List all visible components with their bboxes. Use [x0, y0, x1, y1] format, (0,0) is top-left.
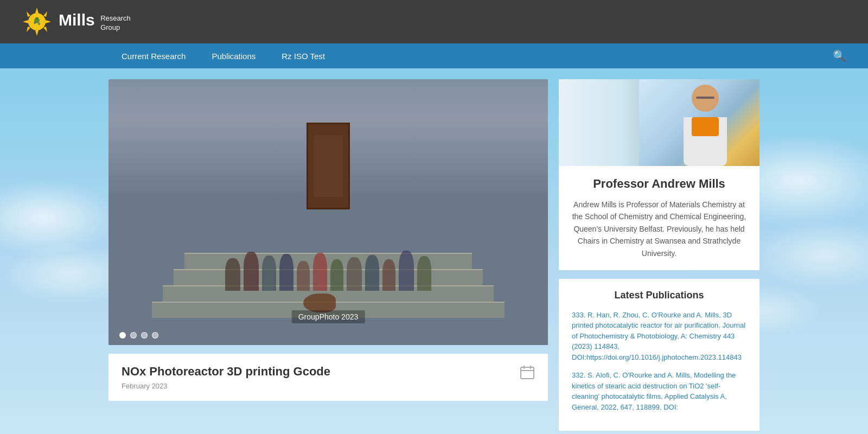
- post-title[interactable]: NOx Photoreactor 3D printing Gcode: [122, 365, 330, 379]
- lab-coat: [684, 117, 727, 166]
- svg-marker-4: [27, 11, 30, 17]
- professor-bio: Andrew Mills is Professor of Materials C…: [572, 199, 746, 259]
- post-card: NOx Photoreactor 3D printing Gcode Febru…: [108, 354, 548, 401]
- header: Mills ResearchGroup: [0, 0, 868, 43]
- person-2: [244, 252, 259, 291]
- nav-rz-iso-test[interactable]: Rz ISO Test: [269, 43, 338, 68]
- door-panel: [314, 135, 343, 197]
- person-3: [262, 256, 276, 291]
- person-7: [330, 259, 343, 291]
- logo-icon: [22, 7, 52, 37]
- logo-container[interactable]: Mills ResearchGroup: [22, 7, 131, 37]
- svg-marker-6: [27, 27, 30, 32]
- professor-head: [692, 85, 719, 112]
- slider-caption: GroupPhoto 2023: [292, 310, 365, 323]
- dot-4[interactable]: [152, 332, 158, 339]
- glasses: [696, 97, 714, 99]
- left-column: GroupPhoto 2023 NOx Photoreactor 3D prin…: [108, 79, 548, 431]
- professor-name: Professor Andrew Mills: [572, 177, 746, 191]
- dot-3[interactable]: [141, 332, 148, 339]
- person-4: [279, 254, 293, 291]
- professor-card: Professor Andrew Mills Andrew Mills is P…: [559, 79, 760, 270]
- search-icon[interactable]: 🔍: [833, 49, 846, 62]
- svg-point-12: [38, 23, 40, 25]
- professor-figure: [673, 85, 738, 166]
- person-1: [225, 258, 240, 291]
- svg-rect-13: [521, 367, 534, 379]
- svg-marker-1: [35, 30, 39, 36]
- professor-photo: [559, 79, 760, 166]
- svg-marker-3: [46, 20, 51, 23]
- logo-subtitle: ResearchGroup: [100, 14, 131, 33]
- post-text: NOx Photoreactor 3D printing Gcode Febru…: [122, 365, 330, 390]
- right-sidebar: Professor Andrew Mills Andrew Mills is P…: [559, 79, 760, 431]
- dog-silhouette: [303, 293, 336, 312]
- nav-current-research[interactable]: Current Research: [108, 43, 199, 68]
- person-8: [347, 257, 362, 291]
- svg-point-11: [34, 22, 36, 24]
- publications-card: Latest Publications 333. R. Han, R. Zhou…: [559, 279, 760, 431]
- svg-marker-0: [35, 8, 39, 13]
- person-5: [297, 261, 310, 291]
- professor-info: Professor Andrew Mills Andrew Mills is P…: [559, 166, 760, 270]
- person-6: [313, 253, 327, 291]
- svg-rect-10: [35, 17, 39, 20]
- dot-1[interactable]: [119, 332, 126, 339]
- post-date: February 2023: [122, 382, 330, 390]
- svg-marker-2: [23, 20, 28, 23]
- person-12: [417, 256, 431, 291]
- nav-publications[interactable]: Publications: [199, 43, 269, 68]
- dot-2[interactable]: [130, 332, 137, 339]
- package: [692, 117, 719, 136]
- slider-dots: [119, 332, 158, 339]
- door: [307, 123, 350, 209]
- publications-card-title: Latest Publications: [572, 290, 746, 301]
- svg-marker-5: [43, 11, 47, 17]
- main-content: GroupPhoto 2023 NOx Photoreactor 3D prin…: [0, 68, 868, 434]
- person-11: [399, 251, 414, 291]
- group-people: [225, 251, 431, 291]
- logo-text-block: Mills ResearchGroup: [59, 11, 131, 33]
- calendar-icon: [520, 365, 535, 383]
- svg-marker-7: [43, 27, 47, 32]
- post-meta: NOx Photoreactor 3D printing Gcode Febru…: [122, 365, 535, 390]
- publication-item-1[interactable]: 333. R. Han, R. Zhou, C. O'Rourke and A.…: [572, 310, 746, 363]
- slider-image: GroupPhoto 2023: [108, 79, 548, 345]
- image-slider: GroupPhoto 2023: [108, 79, 548, 345]
- logo-mills: Mills: [59, 11, 95, 29]
- publication-item-2[interactable]: 332. S. Alofi, C. O'Rourke and A. Mills,…: [572, 370, 746, 412]
- person-10: [382, 259, 395, 291]
- navigation: Current Research Publications Rz ISO Tes…: [0, 43, 868, 68]
- person-9: [365, 255, 379, 291]
